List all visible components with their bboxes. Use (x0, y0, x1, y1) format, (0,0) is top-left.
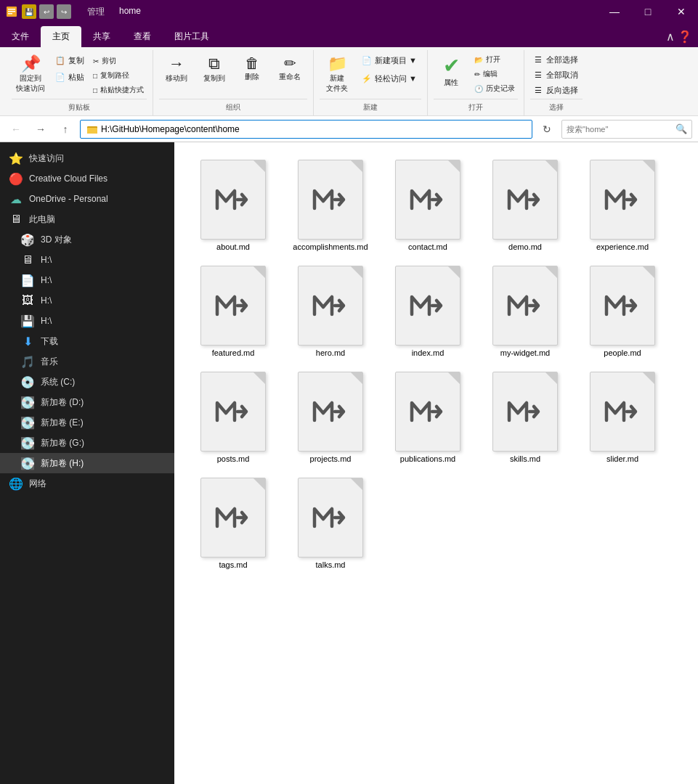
quickaccess-icon: ⭐ (9, 152, 23, 166)
hcolon1-icon: 🖥 (20, 253, 35, 266)
properties-button[interactable]: ✔ 属性 (434, 53, 468, 91)
new-item-button[interactable]: 📄新建项目 ▼ (357, 53, 421, 68)
nvolh-icon: 💽 (20, 457, 35, 470)
search-input[interactable] (567, 125, 673, 134)
tab-home[interactable]: 主页 (41, 26, 81, 47)
sidebar-item-thispc[interactable]: 🖥 此电脑 (0, 209, 174, 229)
file-label: about.md (216, 242, 250, 251)
help-button[interactable]: ❓ (678, 30, 692, 44)
move-to-button[interactable]: → 移动到 (159, 53, 194, 86)
file-item[interactable]: accomplishments.md (283, 154, 378, 257)
cut-button[interactable]: ✂剪切 (90, 54, 147, 68)
copy-path-button[interactable]: □复制路径 (90, 69, 147, 82)
sidebar-item-nvole[interactable]: 💽 新加卷 (E:) (0, 412, 174, 433)
ribbon-group-organize: → 移动到 ⧉ 复制到 🗑 删除 ✏ 重命名 组织 (153, 50, 314, 115)
ribbon-collapse[interactable]: ∧ (666, 30, 675, 44)
paste-button[interactable]: 📄 粘贴 (51, 70, 89, 85)
sidebar-item-nvolh[interactable]: 💽 新加卷 (H:) (0, 453, 174, 473)
maximize-button[interactable]: □ (631, 0, 665, 23)
sidebar-item-quickaccess[interactable]: ⭐ 快速访问 (0, 148, 174, 168)
file-item[interactable]: about.md (186, 154, 280, 257)
sidebar-item-3dobjects[interactable]: 🎲 3D 对象 (0, 229, 174, 250)
sidebar-item-music[interactable]: 🎵 音乐 (0, 351, 174, 372)
file-item[interactable]: experience.md (575, 154, 670, 257)
sidebar-label-quickaccess: 快速访问 (29, 152, 64, 165)
history-button[interactable]: 🕐历史记录 (471, 82, 518, 95)
sidebar-item-hcolon2[interactable]: 📄 H:\ (0, 270, 174, 290)
file-icon (492, 160, 558, 240)
sidebar-item-systemc[interactable]: 💿 系统 (C:) (0, 372, 174, 392)
back-button[interactable]: ← (6, 119, 26, 139)
search-box[interactable]: 🔍 (561, 120, 692, 139)
sidebar-item-downloads[interactable]: ⬇ 下载 (0, 331, 174, 351)
thispc-icon: 🖥 (9, 213, 23, 226)
sidebar-item-hcolon4[interactable]: 💾 H:\ (0, 311, 174, 331)
tab-share[interactable]: 共享 (81, 26, 122, 47)
main-layout: ⭐ 快速访问 🔴 Creative Cloud Files ☁ OneDrive… (0, 142, 698, 784)
select-none-button[interactable]: ☰全部取消 (530, 68, 583, 82)
file-icon (200, 372, 266, 452)
refresh-button[interactable]: ↻ (537, 119, 557, 139)
sidebar-item-creativecloud[interactable]: 🔴 Creative Cloud Files (0, 168, 174, 189)
tab-imagetools[interactable]: 图片工具 (163, 26, 221, 47)
file-item[interactable]: hero.md (283, 260, 378, 363)
file-item[interactable]: skills.md (478, 366, 572, 469)
close-button[interactable]: ✕ (665, 0, 698, 23)
forward-button[interactable]: → (31, 119, 51, 139)
nvole-icon: 💽 (20, 416, 35, 430)
file-item[interactable]: demo.md (478, 154, 572, 257)
easyaccess-icon: ⚡ (362, 74, 372, 83)
paste-shortcut-button[interactable]: □粘贴快捷方式 (90, 83, 147, 97)
sidebar-item-network[interactable]: 🌐 网络 (0, 473, 174, 494)
file-item[interactable]: tags.md (186, 472, 280, 575)
easy-access-button[interactable]: ⚡轻松访问 ▼ (357, 71, 421, 86)
title-bar: 💾 ↩ ↪ 管理 home — □ ✕ (0, 0, 698, 23)
pin-button[interactable]: 📌 固定到快速访问 (12, 53, 49, 97)
invert-select-button[interactable]: ☰反向选择 (530, 83, 583, 97)
file-item[interactable]: index.md (381, 260, 475, 363)
delete-button[interactable]: 🗑 删除 (235, 53, 269, 85)
up-button[interactable]: ↑ (55, 119, 76, 139)
newfolder-icon: 📁 (328, 56, 347, 72)
file-item[interactable]: people.md (575, 260, 670, 363)
file-icon (200, 478, 266, 558)
minimize-button[interactable]: — (598, 0, 631, 23)
title-manage: 管理 (87, 6, 105, 18)
md-symbol (506, 291, 544, 320)
copy-to-button[interactable]: ⧉ 复制到 (197, 53, 232, 86)
file-label: demo.md (508, 242, 542, 251)
file-item[interactable]: slider.md (575, 366, 670, 469)
file-item[interactable]: projects.md (283, 366, 378, 469)
qa-redo[interactable]: ↪ (57, 4, 71, 19)
select-all-button[interactable]: ☰全部选择 (530, 53, 583, 67)
file-item[interactable]: posts.md (186, 366, 280, 469)
file-item[interactable]: my-widget.md (478, 260, 572, 363)
file-item[interactable]: talks.md (283, 472, 378, 575)
sidebar-item-hcolon3[interactable]: 🖼 H:\ (0, 290, 174, 311)
file-icon (492, 372, 558, 452)
sidebar-label-hcolon4: H:\ (41, 316, 52, 326)
copy-path-icon: □ (93, 72, 97, 80)
qa-save[interactable]: 💾 (22, 4, 36, 19)
tab-file[interactable]: 文件 (0, 26, 41, 47)
open-button[interactable]: 📂打开 (471, 53, 518, 66)
hcolon3-icon: 🖼 (20, 294, 35, 307)
tab-view[interactable]: 查看 (122, 26, 163, 47)
edit-button[interactable]: ✏编辑 (471, 68, 518, 81)
file-item[interactable]: featured.md (186, 260, 280, 363)
copy-button[interactable]: 📋 复制 (51, 53, 89, 68)
sidebar-item-onedrive[interactable]: ☁ OneDrive - Personal (0, 189, 174, 209)
window-controls: — □ ✕ (598, 0, 698, 23)
sidebar-item-nvold[interactable]: 💽 新加卷 (D:) (0, 392, 174, 412)
address-path[interactable]: H:\GitHub\Homepage\content\home (80, 120, 532, 139)
file-item[interactable]: contact.md (381, 154, 475, 257)
sidebar-label-music: 音乐 (41, 356, 58, 368)
file-item[interactable]: publications.md (381, 366, 475, 469)
rename-button[interactable]: ✏ 重命名 (272, 53, 307, 85)
sidebar-item-hcolon1[interactable]: 🖥 H:\ (0, 250, 174, 270)
md-symbol (409, 291, 447, 320)
qa-undo[interactable]: ↩ (39, 4, 54, 19)
cut-icon: ✂ (93, 57, 99, 65)
sidebar-item-nvolg[interactable]: 💽 新加卷 (G:) (0, 433, 174, 453)
new-folder-button[interactable]: 📁 新建文件夹 (320, 53, 354, 97)
